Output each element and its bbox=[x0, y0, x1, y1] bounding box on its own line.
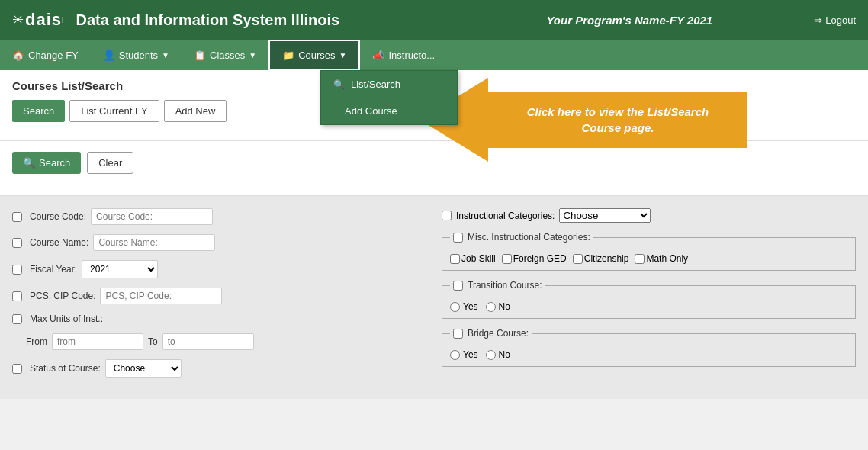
nav-students[interactable]: 👤 Students ▼ bbox=[91, 40, 182, 70]
logout-icon: ⇒ bbox=[814, 14, 822, 26]
transition-yes-radio[interactable] bbox=[450, 302, 460, 312]
misc-items-row: Job Skill Foreign GED Citizenship Math O… bbox=[450, 253, 847, 264]
search-button-label: Search bbox=[39, 157, 70, 169]
misc-instructional-label: Misc. Instructional Categories: bbox=[468, 232, 590, 243]
instructional-cat-select[interactable]: Choose Option 1 Option 2 bbox=[559, 208, 651, 223]
clear-button[interactable]: Clear bbox=[87, 152, 133, 174]
callout-text: Click here to view the List/Search Cours… bbox=[527, 105, 709, 134]
home-icon: 🏠 bbox=[12, 50, 24, 61]
math-only-label: Math Only bbox=[635, 253, 688, 264]
form-left: Course Code: Course Name: Fiscal Year: 2… bbox=[12, 208, 426, 387]
instructional-cat-checkbox[interactable] bbox=[442, 211, 452, 220]
pcs-cip-row: PCS, CIP Code: bbox=[12, 288, 426, 304]
foreign-ged-checkbox[interactable] bbox=[502, 254, 512, 264]
logo-i: i bbox=[62, 15, 63, 24]
bridge-radio-row: Yes No bbox=[450, 349, 847, 360]
status-row: Status of Course: Choose Active Inactive bbox=[12, 359, 426, 378]
app-title: Data and Information System Illinois bbox=[76, 11, 445, 29]
transition-no-label: No bbox=[486, 301, 510, 312]
courses-dropdown-icon: ▼ bbox=[339, 51, 347, 59]
pcs-cip-checkbox[interactable] bbox=[12, 291, 22, 301]
search-action-button[interactable]: Search bbox=[12, 100, 65, 122]
max-units-row: Max Units of Inst.: bbox=[12, 313, 426, 324]
citizenship-label: Citizenship bbox=[573, 253, 629, 264]
bridge-no-radio[interactable] bbox=[486, 350, 496, 360]
bridge-yes-label: Yes bbox=[450, 349, 478, 360]
transition-course-legend: Transition Course: bbox=[450, 280, 545, 291]
transition-course-checkbox[interactable] bbox=[453, 281, 463, 291]
transition-no-radio[interactable] bbox=[486, 302, 496, 312]
transition-course-fieldset: Transition Course: Yes No bbox=[442, 280, 856, 319]
nav-students-label: Students bbox=[119, 50, 158, 61]
job-skill-label: Job Skill bbox=[450, 253, 496, 264]
logout-button[interactable]: ⇒ Logout bbox=[814, 14, 856, 26]
dropdown-add-course-label: Add Course bbox=[345, 105, 397, 117]
course-code-input[interactable] bbox=[91, 208, 213, 225]
bridge-course-checkbox[interactable] bbox=[453, 329, 463, 339]
course-code-label: Course Code: bbox=[30, 211, 86, 222]
nav-instructors[interactable]: 📣 Instructo... bbox=[360, 40, 447, 70]
bridge-no-label: No bbox=[486, 349, 510, 360]
nav-courses-label: Courses bbox=[298, 50, 335, 61]
transition-course-label: Transition Course: bbox=[468, 280, 542, 291]
fiscal-year-row: Fiscal Year: 2021 2020 2019 2018 bbox=[12, 260, 426, 278]
search-button[interactable]: 🔍 Search bbox=[12, 152, 81, 174]
add-new-button[interactable]: Add New bbox=[164, 100, 227, 122]
misc-instructional-legend: Misc. Instructional Categories: bbox=[450, 232, 593, 243]
course-name-row: Course Name: bbox=[12, 234, 426, 251]
to-input[interactable] bbox=[162, 333, 254, 350]
job-skill-checkbox[interactable] bbox=[450, 254, 460, 264]
app-logo: ✳ dais i bbox=[12, 10, 63, 30]
bridge-course-legend: Bridge Course: bbox=[450, 328, 532, 339]
logo-text: dais bbox=[25, 10, 62, 30]
citizenship-checkbox[interactable] bbox=[573, 254, 583, 264]
classes-icon: 📋 bbox=[194, 50, 206, 61]
add-course-icon: + bbox=[333, 106, 339, 117]
instructors-icon: 📣 bbox=[372, 50, 384, 61]
course-name-checkbox[interactable] bbox=[12, 238, 22, 248]
course-name-label: Course Name: bbox=[30, 237, 88, 248]
logout-label: Logout bbox=[825, 14, 856, 26]
misc-instructional-checkbox[interactable] bbox=[453, 233, 463, 243]
status-checkbox[interactable] bbox=[12, 364, 22, 374]
math-only-checkbox[interactable] bbox=[635, 254, 645, 264]
header: ✳ dais i Data and Information System Ill… bbox=[0, 0, 868, 40]
course-code-row: Course Code: bbox=[12, 208, 426, 225]
classes-dropdown-icon: ▼ bbox=[249, 51, 256, 59]
nav-change-fy[interactable]: 🏠 Change FY bbox=[0, 40, 91, 70]
bridge-yes-radio[interactable] bbox=[450, 350, 460, 360]
callout-container: Click here to view the List/Search Cours… bbox=[420, 78, 747, 162]
from-to-row: From To bbox=[26, 333, 426, 350]
course-code-checkbox[interactable] bbox=[12, 212, 22, 222]
pcs-cip-input[interactable] bbox=[100, 288, 222, 304]
to-label: To bbox=[148, 336, 158, 347]
bridge-course-fieldset: Bridge Course: Yes No bbox=[442, 328, 856, 367]
transition-radio-row: Yes No bbox=[450, 301, 847, 312]
fiscal-year-checkbox[interactable] bbox=[12, 265, 22, 275]
nav-instructors-label: Instructo... bbox=[388, 50, 435, 61]
from-input[interactable] bbox=[52, 333, 143, 350]
courses-dropdown-menu: 🔍 List/Search + Add Course bbox=[320, 70, 458, 125]
max-units-checkbox[interactable] bbox=[12, 314, 22, 324]
dropdown-add-course[interactable]: + Add Course bbox=[321, 98, 457, 124]
status-select[interactable]: Choose Active Inactive bbox=[105, 359, 182, 378]
pcs-cip-label: PCS, CIP Code: bbox=[30, 291, 95, 301]
list-search-icon: 🔍 bbox=[333, 79, 345, 90]
nav-classes[interactable]: 📋 Classes ▼ bbox=[182, 40, 268, 70]
nav-courses[interactable]: 📁 Courses ▼ bbox=[268, 40, 360, 70]
logo-star-icon: ✳ bbox=[12, 11, 24, 28]
status-label: Status of Course: bbox=[30, 363, 101, 374]
fiscal-year-label: Fiscal Year: bbox=[30, 264, 77, 275]
foreign-ged-label: Foreign GED bbox=[502, 253, 567, 264]
form-area: Course Code: Course Name: Fiscal Year: 2… bbox=[0, 196, 868, 399]
nav-change-fy-label: Change FY bbox=[28, 50, 79, 61]
course-name-input[interactable] bbox=[93, 234, 215, 251]
navbar: 🏠 Change FY 👤 Students ▼ 📋 Classes ▼ 📁 C… bbox=[0, 40, 868, 70]
program-name: Your Program's Name-FY 2021 bbox=[445, 14, 814, 27]
nav-classes-label: Classes bbox=[210, 50, 245, 61]
list-current-fy-button[interactable]: List Current FY bbox=[69, 100, 159, 122]
fiscal-year-select[interactable]: 2021 2020 2019 2018 bbox=[82, 260, 158, 278]
from-label: From bbox=[26, 336, 47, 347]
callout-box: Click here to view the List/Search Cours… bbox=[488, 92, 747, 148]
dropdown-list-search[interactable]: 🔍 List/Search bbox=[321, 71, 457, 98]
